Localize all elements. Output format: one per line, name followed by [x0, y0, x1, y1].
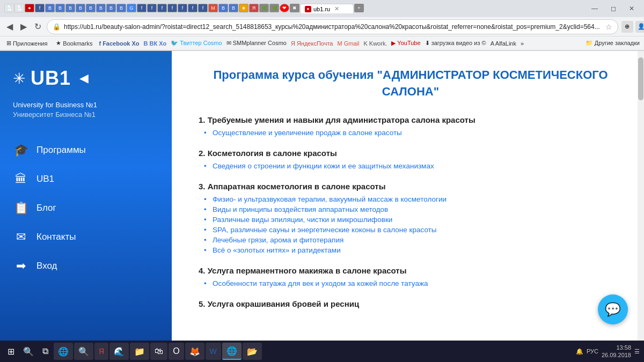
browser-tab-icon[interactable]: В: [96, 4, 106, 12]
taskbar-item-ie[interactable]: 🌐: [54, 343, 73, 360]
browser-tab-icon[interactable]: f: [178, 4, 187, 12]
browser-tab-icon[interactable]: В: [76, 4, 85, 12]
section-4: 4. Услуга перманентного макияжа в салоне…: [199, 266, 623, 287]
taskbar-item-opera[interactable]: O: [169, 343, 184, 360]
browser-tab-icon[interactable]: ★: [239, 4, 248, 12]
section-1-bullets: Осуществление и увеличение продаж в сало…: [199, 129, 623, 137]
taskbar-item-chrome[interactable]: 🌐: [222, 343, 241, 360]
sidebar: ✳ UB1 ◀ University for Business №1 Униве…: [0, 51, 172, 341]
browser-tab-icon[interactable]: f: [198, 4, 208, 12]
forward-button[interactable]: ▶: [18, 20, 29, 33]
bm-bookmarks[interactable]: ★ Bookmarks: [54, 39, 94, 47]
address-bar[interactable]: 🔒 https://ub1.ru/beauty-salon-admin/?roi…: [47, 19, 618, 34]
bm-smm-label[interactable]: ✉ SMMplanner Cosmo: [226, 40, 287, 47]
extensions-btn[interactable]: ⊕: [621, 21, 633, 33]
browser-tab-icon[interactable]: 📄: [4, 4, 14, 12]
section-3: 3. Аппаратная косметология в салоне крас…: [199, 182, 623, 254]
taskbar-time-display: 13:58: [602, 344, 631, 351]
bm-yandex-label[interactable]: Я ЯндексПочта: [291, 40, 333, 47]
taskbar-item-yandex[interactable]: Я: [94, 343, 108, 360]
section-1-heading: 1. Требуемые умения и навыки для админис…: [199, 115, 623, 124]
search-button[interactable]: 🔍: [20, 344, 37, 359]
apps-icon: ⊞: [6, 40, 11, 47]
browser-tab-icon[interactable]: f: [137, 4, 147, 12]
browser-tab-icon[interactable]: 🌿: [259, 4, 269, 12]
browser-tab-icon[interactable]: f: [147, 4, 157, 12]
browser-tab-icon[interactable]: В: [55, 4, 65, 12]
browser-tab-icon[interactable]: ✖: [290, 4, 299, 12]
taskbar-sys: 🔔 РУС 13:58 26.09.2018 ☰: [576, 344, 640, 359]
bm-kwork-label[interactable]: K Kwork.: [363, 40, 387, 47]
win-minimize[interactable]: —: [586, 4, 603, 13]
browser-tab-icon[interactable]: В: [116, 4, 126, 12]
list-item: SPA, различные сауны и энергетические ко…: [204, 226, 623, 234]
bm-more[interactable]: »: [521, 40, 524, 47]
browser-tab-icon[interactable]: f: [167, 4, 177, 12]
win-maximize[interactable]: ◻: [605, 4, 621, 13]
active-tab[interactable]: ● ub1.ru ✕: [300, 4, 354, 13]
sidebar-item-programs[interactable]: 🎓 Программы: [0, 136, 172, 165]
logo-text: UB1: [31, 67, 71, 90]
browser-tab-icon[interactable]: В: [106, 4, 116, 12]
taskbar-item-firefox[interactable]: 🦊: [185, 343, 204, 360]
building-icon: 🏛: [13, 172, 29, 186]
chat-button[interactable]: 💬: [598, 294, 628, 324]
sidebar-item-contacts[interactable]: ✉ Контакты: [0, 223, 172, 252]
browser-tab-icon[interactable]: В: [218, 4, 228, 12]
bm-alfa-text: AlfaLink: [495, 40, 516, 47]
bm-other-label[interactable]: 📁 Другие закладки: [586, 40, 640, 47]
start-button[interactable]: ⊞: [4, 344, 18, 359]
bm-alfa-label[interactable]: A AlfaLink: [491, 40, 516, 47]
content-area[interactable]: Программа курса обучения "АДМИНИСТРАТОР …: [172, 51, 644, 341]
browser-tab-icon[interactable]: f: [35, 4, 45, 12]
browser-tab-icon[interactable]: В: [45, 4, 55, 12]
chat-icon: 💬: [605, 302, 621, 317]
bm-apps[interactable]: ⊞ Приложения: [4, 39, 49, 47]
bm-twitter-text: Твиттер Cosmo: [180, 40, 222, 46]
taskbar-item-word[interactable]: W: [206, 343, 221, 360]
refresh-button[interactable]: ↻: [32, 20, 43, 33]
sidebar-nav: 🎓 Программы 🏛 UB1 📋 Блог ✉ Контакты ➡ Вх…: [0, 136, 172, 280]
browser-tab-icon[interactable]: M: [208, 4, 218, 12]
taskbar-notifications-icon[interactable]: 🔔: [576, 348, 583, 355]
browser-tab-icon[interactable]: 📄: [14, 4, 24, 12]
tab-close-icon[interactable]: ✕: [334, 5, 339, 12]
bm-vk-label[interactable]: В ВК Хо: [144, 40, 167, 47]
back-button[interactable]: ◀: [4, 20, 15, 33]
browser-tab-icon[interactable]: В: [65, 4, 75, 12]
new-tab-btn[interactable]: +: [354, 4, 364, 12]
browser-tab-icon[interactable]: Я: [249, 4, 259, 12]
browser-tab-icon[interactable]: ❤: [280, 4, 289, 12]
sidebar-item-blog[interactable]: 📋 Блог: [0, 194, 172, 223]
taskbar-item-files[interactable]: 📂: [243, 343, 262, 360]
scrollbar-track[interactable]: [638, 51, 644, 341]
browser-tab-icon[interactable]: G: [127, 4, 136, 12]
sidebar-item-ub1[interactable]: 🏛 UB1: [0, 165, 172, 194]
bookmark-star-icon[interactable]: ☆: [605, 23, 612, 31]
scrollbar-thumb[interactable]: [638, 57, 643, 100]
bm-twitter-label[interactable]: 🐦 Твиттер Cosmo: [171, 40, 222, 47]
browser-tab-icon[interactable]: ●: [25, 4, 34, 12]
bm-youtube-label[interactable]: ▶ YouTube: [391, 40, 420, 47]
task-view-button[interactable]: ⧉: [39, 344, 52, 358]
sidebar-item-login[interactable]: ➡ Вход: [0, 252, 172, 280]
taskbar-item-store[interactable]: 🛍: [150, 343, 167, 360]
star-bm-icon: ★: [56, 40, 61, 47]
browser-tab-icon[interactable]: В: [229, 4, 238, 12]
bm-gmail-label[interactable]: M Gmail: [337, 40, 359, 47]
browser-tab-icon[interactable]: f: [157, 4, 167, 12]
notification-center-icon[interactable]: ☰: [634, 348, 640, 355]
profile-btn[interactable]: 👤: [635, 21, 644, 33]
list-item: Всё о «золотых нитях» и ратидектами: [204, 246, 623, 254]
list-item: Физио- и ультразвуковая терапии, вакуумн…: [204, 195, 623, 203]
browser-tab-icon[interactable]: f: [188, 4, 197, 12]
taskbar-item-edge[interactable]: 🌊: [109, 343, 129, 360]
taskbar-clock: 13:58 26.09.2018: [602, 344, 631, 359]
win-close[interactable]: ✕: [624, 4, 640, 13]
taskbar-item-folder[interactable]: 📁: [130, 343, 149, 360]
bm-video-label[interactable]: ⬇ загрузка видео из ©: [425, 40, 486, 47]
bm-facebook-label[interactable]: f Facebook Xo: [99, 40, 139, 47]
browser-tab-icon[interactable]: В: [86, 4, 96, 12]
taskbar-item-search2[interactable]: 🔍: [74, 343, 93, 360]
browser-tab-icon[interactable]: 🌿: [269, 4, 279, 12]
